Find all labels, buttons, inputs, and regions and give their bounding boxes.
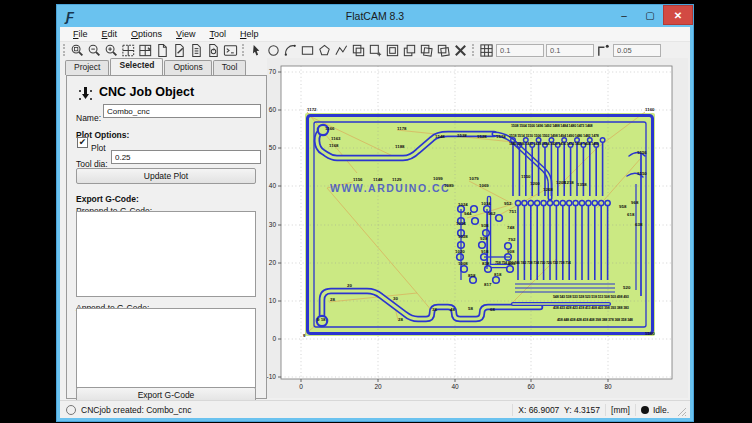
toolbar-group-snap bbox=[469, 42, 662, 58]
y-tick-label: 70 bbox=[269, 68, 277, 75]
drill-label: 944 bbox=[464, 211, 472, 216]
menu-options[interactable]: Options bbox=[124, 29, 169, 39]
clear-plot-icon[interactable] bbox=[120, 43, 137, 58]
buffer-geometry-icon[interactable] bbox=[384, 43, 401, 58]
minimize-button[interactable]: – bbox=[611, 5, 637, 25]
menu-view[interactable]: View bbox=[169, 29, 202, 39]
coord-y-label: Y: bbox=[564, 405, 572, 415]
drill-label: 1163 bbox=[331, 136, 341, 141]
drill-pad bbox=[471, 206, 478, 213]
drill-label: 28 bbox=[398, 317, 403, 322]
drill-label: 1156 bbox=[353, 177, 363, 182]
toolbar bbox=[60, 42, 690, 58]
drill-label-row: 458 448 438 428 418 408 398 388 378 368 … bbox=[557, 318, 633, 322]
drill-label: 968 bbox=[631, 200, 639, 205]
zoom-in-icon[interactable] bbox=[103, 43, 120, 58]
update-geometry-icon[interactable] bbox=[205, 43, 222, 58]
menu-file[interactable]: File bbox=[66, 29, 95, 39]
drill-label-row: 1518 1514 1510 1506 1502 1498 1494 1490 … bbox=[509, 134, 599, 138]
drill-label: 1556 bbox=[637, 150, 647, 155]
window-title: FlatCAM 8.3 bbox=[57, 10, 693, 22]
drill-label: 751 bbox=[509, 209, 517, 214]
x-tick-label: 80 bbox=[604, 383, 612, 390]
select-icon[interactable] bbox=[248, 43, 265, 58]
drill-pad bbox=[457, 254, 464, 261]
coord-x-label: X: bbox=[518, 405, 526, 415]
drill-label-row: 758 754 750 746 742 738 734 730 726 722 … bbox=[495, 261, 572, 265]
drill-label: 1548 bbox=[435, 134, 445, 139]
drill-label: 1358 bbox=[577, 182, 587, 187]
drill-label: 962 bbox=[488, 211, 496, 216]
status-bar: CNCjob created: Combo_cnc X: 66.9007 Y: … bbox=[60, 400, 690, 418]
union-icon[interactable] bbox=[418, 43, 435, 58]
menu-edit[interactable]: Edit bbox=[95, 29, 125, 39]
corner-snap-icon[interactable] bbox=[595, 43, 612, 58]
toolbar-group-editor bbox=[239, 42, 469, 58]
drill-label: 908 bbox=[507, 249, 515, 254]
tab-tool[interactable]: Tool bbox=[213, 60, 247, 75]
prepend-textarea[interactable] bbox=[76, 211, 256, 297]
y-tick-label: -10 bbox=[267, 373, 276, 380]
tab-selected[interactable]: Selected bbox=[110, 58, 163, 75]
plot-checkbox-label: Plot bbox=[91, 143, 106, 153]
plot-checkbox[interactable]: ✔ bbox=[77, 137, 88, 148]
menu-help[interactable]: Help bbox=[233, 29, 266, 39]
delete-shape-icon[interactable] bbox=[452, 43, 469, 58]
grid-snap-y-input[interactable] bbox=[546, 44, 594, 57]
resize-grip[interactable] bbox=[677, 407, 687, 417]
zoom-fit-icon[interactable] bbox=[69, 43, 86, 58]
plot-canvas[interactable]: 020406080-10010203040506070WWW.ARDUINO.C… bbox=[267, 58, 688, 398]
x-tick-label: 40 bbox=[451, 383, 459, 390]
drill-label-row: 548 543 538 533 528 523 518 513 508 503 … bbox=[553, 295, 629, 299]
grid-snap-icon[interactable] bbox=[478, 43, 495, 58]
drill-label: 1560 bbox=[645, 331, 655, 336]
name-input[interactable] bbox=[103, 104, 261, 118]
tab-project[interactable]: Project bbox=[65, 60, 109, 75]
grid-snap-x-input[interactable] bbox=[496, 44, 544, 57]
name-label: Name: bbox=[76, 113, 101, 123]
save-geometry-icon[interactable] bbox=[188, 43, 205, 58]
tab-options[interactable]: Options bbox=[164, 60, 211, 75]
y-tick-label: 60 bbox=[269, 106, 277, 113]
idle-status-icon bbox=[641, 406, 649, 414]
append-textarea[interactable] bbox=[76, 308, 256, 388]
title-bar[interactable]: Ƒ FlatCAM 8.3 – ▢ ✕ bbox=[57, 5, 693, 27]
close-button[interactable]: ✕ bbox=[663, 5, 693, 25]
drill-pad bbox=[461, 266, 468, 273]
drill-label: 1168 bbox=[329, 143, 339, 148]
coord-y-value: 4.3157 bbox=[574, 405, 600, 415]
drill-label: 817 bbox=[484, 282, 492, 287]
status-message: CNCjob created: Combo_cnc bbox=[81, 405, 192, 415]
corner-snap-input[interactable] bbox=[613, 44, 661, 57]
drill-label: 1089 bbox=[444, 183, 454, 188]
menu-tool[interactable]: Tool bbox=[202, 29, 233, 39]
cnc-job-icon bbox=[77, 86, 94, 107]
zoom-out-icon[interactable] bbox=[86, 43, 103, 58]
drill-label: 30 bbox=[393, 296, 398, 301]
drill-label: 638 bbox=[635, 222, 643, 227]
draw-path-icon[interactable] bbox=[333, 43, 350, 58]
draw-arc-icon[interactable] bbox=[282, 43, 299, 58]
replot-icon[interactable] bbox=[137, 43, 154, 58]
menu-bar: FileEditOptionsViewToolHelp bbox=[60, 27, 690, 42]
copy-add-icon[interactable] bbox=[367, 43, 384, 58]
shell-icon[interactable] bbox=[222, 43, 239, 58]
tool-dia-input[interactable] bbox=[111, 150, 261, 164]
y-tick-label: 10 bbox=[269, 297, 277, 304]
copy-objects-icon[interactable] bbox=[350, 43, 367, 58]
drill-label: 1034 bbox=[481, 201, 491, 206]
draw-rectangle-icon[interactable] bbox=[299, 43, 316, 58]
new-file-icon[interactable] bbox=[154, 43, 171, 58]
edit-geometry-icon[interactable] bbox=[171, 43, 188, 58]
paste-geometry-icon[interactable] bbox=[401, 43, 418, 58]
draw-polygon-icon[interactable] bbox=[316, 43, 333, 58]
subtract-icon[interactable] bbox=[435, 43, 452, 58]
update-plot-button[interactable]: Update Plot bbox=[76, 168, 256, 184]
drill-label-row: 438 433 428 423 418 413 408 403 398 393 … bbox=[553, 306, 629, 310]
draw-circle-icon[interactable] bbox=[265, 43, 282, 58]
drill-label: 1150 bbox=[521, 174, 531, 179]
drill-label: 1178 bbox=[397, 126, 407, 131]
maximize-button[interactable]: ▢ bbox=[637, 5, 663, 25]
drill-label: 1014 bbox=[456, 221, 466, 226]
notebook-tabs: ProjectSelectedOptionsTool bbox=[65, 60, 247, 75]
